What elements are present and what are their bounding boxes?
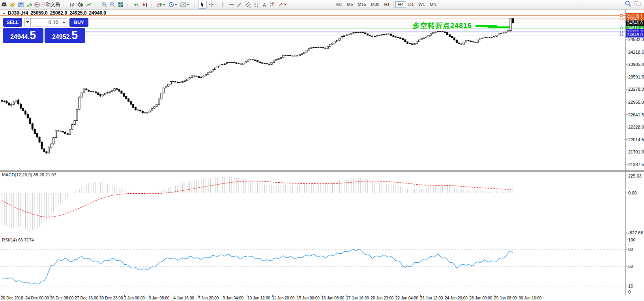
timeframe-m30[interactable]: M30: [369, 1, 382, 8]
equidistant-channel-icon: E: [245, 2, 251, 8]
tile-windows-icon: [118, 2, 124, 8]
time-axis-label: 28 Jan 00:00: [470, 296, 492, 300]
toolbar: 单 自动交易 E F A T M1M5M15M30H1: [0, 0, 644, 9]
new-order-button[interactable]: 单: [0, 1, 8, 9]
horizontal-line-icon: [228, 2, 234, 8]
signal-button[interactable]: [25, 1, 33, 9]
buy-button[interactable]: BUY: [69, 18, 88, 27]
toolbar-gripper: [151, 2, 154, 7]
turning-point-annotation[interactable]: 多空转折点24816: [413, 21, 497, 30]
price-line-label[interactable]: 24645.0: [626, 32, 644, 37]
time-axis-label: 30 Dec 23:00: [99, 296, 123, 300]
timeframe-mn[interactable]: MN: [427, 1, 439, 8]
new-chart-button[interactable]: [17, 1, 25, 9]
timeframe-m5[interactable]: M5: [344, 1, 355, 8]
time-axis-label: 26 Dec 08:00: [50, 296, 74, 300]
price-axis-tick: 21701.0: [628, 150, 644, 154]
time-axis-label: 11 Jan 20:00: [272, 296, 295, 300]
time-axis-label: 2 Jan 00:00: [124, 296, 145, 300]
trendline-button[interactable]: [235, 1, 243, 9]
time-axis-label: 3 Jan 08:00: [149, 296, 169, 300]
timeframe-d1[interactable]: D1: [406, 1, 416, 8]
candlestick-chart-button[interactable]: [76, 1, 84, 9]
volume-increase-button[interactable]: [61, 18, 67, 26]
line-chart-button[interactable]: [84, 1, 93, 9]
sell-button[interactable]: SELL: [3, 18, 22, 27]
time-axis-label: 29 Jan 08:00: [494, 296, 517, 300]
price-line-label[interactable]: 24946.0: [626, 21, 644, 26]
bar-chart-button[interactable]: [68, 1, 76, 9]
label-tool-button[interactable]: T: [268, 1, 277, 9]
toolbar-separator: [217, 2, 217, 8]
timeframe-m1[interactable]: M1: [334, 1, 344, 8]
ohlc-low: 24925.0: [69, 10, 86, 16]
price-axis-tick: 23591.5: [628, 75, 644, 79]
macd-label: MACD(12,26,9) 88.26 21.07: [2, 172, 56, 177]
macd-scale-tick: 225.63: [628, 174, 642, 178]
time-axis-label: 27 Dec 16:00: [75, 296, 99, 300]
chart-shift-button[interactable]: [140, 1, 148, 9]
toolbar-separator: [393, 1, 394, 7]
sell-price-frac: 5: [30, 28, 36, 42]
arrows-button[interactable]: [277, 1, 288, 9]
templates-button[interactable]: [179, 1, 191, 9]
new-order-label: 单: [1, 1, 7, 8]
text-tool-button[interactable]: A: [260, 1, 268, 9]
fibonacci-button[interactable]: F: [252, 1, 260, 9]
buy-price[interactable]: 24952.5: [45, 28, 85, 43]
order-ticket-button[interactable]: [8, 1, 17, 9]
volume-input[interactable]: [31, 18, 61, 26]
autoscroll-button[interactable]: [132, 1, 140, 9]
time-axis-label: 20 Dec 2018: [1, 296, 23, 300]
dropdown-caret: [284, 4, 286, 6]
horizontal-line-button[interactable]: [227, 1, 235, 9]
price-axis-tick: 22641.5: [628, 112, 644, 117]
ohlc-close: 24946.0: [89, 10, 106, 16]
turning-point-segment[interactable]: [476, 25, 497, 27]
chart-shift-icon: [141, 2, 148, 8]
timeframe-h1[interactable]: H1: [382, 1, 392, 8]
price-axis-tick: 24218.5: [628, 50, 644, 54]
window-marker-icon: ▲: [2, 11, 6, 15]
spin-down-icon: [26, 21, 29, 23]
timeframe-h4[interactable]: H4: [395, 1, 406, 8]
toolbar-gripper: [95, 2, 98, 7]
tile-windows-button[interactable]: [116, 1, 125, 9]
vertical-line-button[interactable]: [219, 1, 227, 9]
crosshair-button[interactable]: [207, 1, 215, 9]
channel-button[interactable]: E: [243, 1, 252, 9]
svg-text:T: T: [271, 3, 273, 7]
turning-point-text: 多空转折点24816: [413, 21, 472, 30]
arrows-icon: [277, 2, 284, 8]
ohlc-open: 25059.0: [30, 10, 47, 16]
zoom-out-icon: [109, 2, 116, 8]
chart-window-icon: [18, 2, 24, 8]
chart-canvas[interactable]: [0, 0, 644, 301]
cursor-button[interactable]: [198, 1, 207, 9]
rsi-scale-tick: 0: [628, 290, 631, 294]
bar-chart-icon: [69, 2, 75, 8]
toolbar-gripper: [194, 2, 197, 7]
text-tool-icon: A: [261, 2, 268, 8]
autoscroll-icon: [133, 2, 139, 8]
periods-button[interactable]: [167, 1, 179, 9]
zoom-in-icon: [101, 2, 107, 8]
volume-decrease-button[interactable]: [24, 18, 31, 26]
price-axis-tick: 24532.0: [628, 37, 644, 42]
cursor-icon: [199, 2, 206, 8]
sell-price[interactable]: 24944.5: [3, 28, 43, 43]
time-axis-label: 10 Jan 12:00: [247, 296, 270, 300]
timeframe-w1[interactable]: W1: [416, 1, 428, 8]
search-icon[interactable]: [625, 0, 631, 9]
rsi-scale-tick: 100: [628, 237, 635, 242]
time-axis-label: 16 Jan 08:00: [322, 296, 344, 300]
timeframe-m15[interactable]: M15: [356, 1, 369, 8]
macd-scale-tick: 0.00: [628, 191, 637, 195]
rsi-scale-tick: 15: [628, 284, 633, 288]
autotrading-button[interactable]: 自动交易: [33, 1, 61, 9]
time-axis-label: 23 Jan 12:00: [420, 296, 443, 300]
indicators-button[interactable]: [155, 1, 167, 9]
chat-icon[interactable]: [634, 0, 642, 9]
zoom-out-button[interactable]: [108, 1, 116, 9]
zoom-in-button[interactable]: [100, 1, 108, 9]
